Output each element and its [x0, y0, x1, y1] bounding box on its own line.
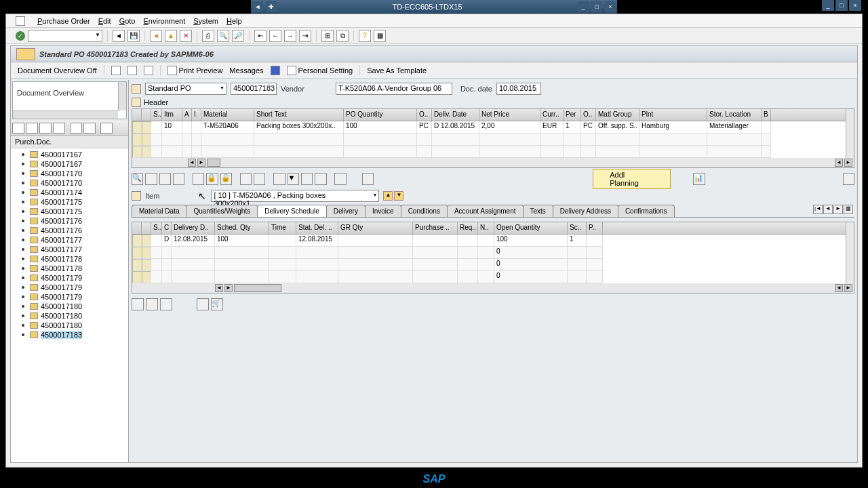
help-icon[interactable]: ? — [359, 30, 371, 42]
scroll-right2-icon[interactable]: ► — [844, 159, 852, 167]
it-icon-9[interactable] — [254, 173, 265, 185]
addl-planning-button[interactable]: Addl Planning — [593, 169, 671, 189]
scroll-left-icon[interactable]: ◄ — [188, 159, 196, 167]
tab-nav-list-icon[interactable]: ▦ — [844, 205, 853, 214]
st-icon-6[interactable] — [83, 123, 96, 134]
tab-close-icon[interactable]: × — [605, 1, 616, 12]
doc-item[interactable]: 4500017175 — [11, 197, 128, 207]
find-icon[interactable]: 🔍 — [217, 30, 229, 42]
shortcut-icon[interactable]: ⧉ — [336, 30, 349, 42]
tab-material-data[interactable]: Material Data — [132, 205, 186, 217]
sidebar-title-hscroll[interactable] — [13, 110, 118, 119]
st-icon-7[interactable] — [100, 123, 113, 134]
layout-icon[interactable]: ▦ — [374, 30, 386, 42]
st-icon-5[interactable] — [70, 123, 82, 134]
create-icon[interactable] — [111, 66, 121, 75]
it-details-icon[interactable]: 🔍 — [132, 173, 143, 185]
back2-icon[interactable]: ◄ — [150, 30, 162, 42]
tab-account-assignment[interactable]: Account Assignment — [447, 205, 524, 217]
doc-item[interactable]: 4500017175 — [11, 207, 128, 216]
it-icon-5[interactable] — [193, 173, 204, 185]
win-max-icon[interactable]: □ — [835, 0, 848, 11]
personal-setting-button[interactable]: Personal Setting — [287, 66, 353, 75]
doc-item[interactable]: 4500017170 — [11, 169, 128, 178]
dt-icon-1[interactable] — [132, 298, 144, 310]
st-icon-4[interactable] — [53, 123, 65, 134]
tab-invoice[interactable]: Invoice — [365, 205, 401, 217]
it-icon-15[interactable] — [362, 173, 374, 185]
print-icon[interactable]: ⎙ — [202, 30, 214, 42]
print-preview-button[interactable]: Print Preview — [167, 66, 223, 75]
back-icon[interactable]: ◄ — [113, 30, 125, 42]
dt-icon-2[interactable] — [146, 298, 158, 310]
header-fold-icon[interactable] — [132, 98, 141, 107]
item-grid-hscroll[interactable]: ◄► ◄► — [132, 158, 854, 167]
doc-date-input[interactable]: 10.08.2015 — [496, 83, 541, 95]
cancel-icon[interactable]: ✕ — [180, 30, 192, 42]
it-icon-3[interactable] — [159, 173, 171, 185]
item-overview-grid[interactable]: S..ItmAIMaterialShort TextPO QuantityO..… — [132, 108, 854, 168]
doc-list[interactable]: 4500017167450001716745000171704500017170… — [11, 148, 128, 462]
doc-item[interactable]: 4500017176 — [11, 226, 128, 235]
item-up-icon[interactable]: ▲ — [383, 191, 393, 201]
po-type-dropdown[interactable]: Standard PO — [145, 83, 226, 95]
it-icon-12[interactable] — [301, 173, 313, 185]
it-icon-17[interactable] — [843, 173, 854, 185]
item-down-icon[interactable]: ▼ — [394, 191, 403, 201]
tab-min-icon[interactable]: _ — [578, 1, 589, 12]
sscroll-right-icon[interactable]: ► — [224, 284, 233, 292]
tab-conditions[interactable]: Conditions — [401, 205, 448, 217]
it-icon-10[interactable] — [273, 173, 285, 185]
app-icon[interactable] — [16, 16, 25, 26]
last-page-icon[interactable]: ⇥ — [299, 30, 311, 42]
tab-max-icon[interactable]: □ — [591, 1, 602, 12]
item-select-dropdown[interactable]: [ 10 ] T-M520A06 , Packing boxes 300x200… — [211, 190, 379, 202]
tab-nav-prev-icon[interactable]: ◄ — [823, 205, 833, 214]
messages-button[interactable]: Messages — [229, 66, 263, 75]
po-icon[interactable] — [16, 48, 35, 60]
first-page-icon[interactable]: ⇤ — [254, 30, 267, 42]
doc-item[interactable]: 4500017167 — [11, 159, 128, 169]
exit-icon[interactable]: ▲ — [165, 30, 177, 42]
doc-item[interactable]: 4500017174 — [11, 188, 128, 197]
dt-icon-3[interactable] — [160, 298, 172, 310]
sscroll-left-icon[interactable]: ◄ — [215, 284, 223, 292]
doc-item[interactable]: 4500017177 — [11, 245, 128, 254]
doc-item[interactable]: 4500017183 — [11, 330, 128, 340]
win-close-icon[interactable]: × — [849, 0, 861, 11]
it-unlock-icon[interactable]: 🔓 — [220, 173, 232, 185]
find-next-icon[interactable]: 🔎 — [232, 30, 244, 42]
change-icon[interactable] — [127, 66, 137, 75]
doc-item[interactable]: 4500017176 — [11, 216, 128, 226]
tab-texts[interactable]: Texts — [523, 205, 553, 217]
sched-hscroll[interactable]: ◄► ◄► — [132, 283, 854, 293]
item-detail-fold-icon[interactable] — [132, 191, 141, 201]
st-icon-1[interactable] — [12, 123, 24, 134]
st-icon-2[interactable] — [26, 123, 38, 134]
dt-icon-4[interactable] — [197, 298, 209, 310]
prev-page-icon[interactable]: ← — [269, 30, 281, 42]
po-type-icon[interactable] — [132, 84, 141, 94]
doc-item[interactable]: 4500017179 — [11, 292, 128, 302]
tab-confirmations[interactable]: Confirmations — [618, 205, 675, 217]
sscroll-right2-icon[interactable]: ► — [844, 284, 852, 292]
it-icon-14[interactable] — [334, 173, 346, 185]
doc-item[interactable]: 4500017167 — [11, 150, 128, 159]
doc-overview-toggle[interactable]: Document Overview Off — [18, 66, 97, 75]
tab-nav-next-icon[interactable]: ► — [833, 205, 843, 214]
st-icon-3[interactable] — [39, 123, 52, 134]
new-session-icon[interactable]: ⊞ — [321, 30, 334, 42]
it-icon-13[interactable] — [315, 173, 326, 185]
info-icon[interactable] — [271, 66, 280, 75]
tab-nav-first-icon[interactable]: |◄ — [813, 205, 823, 214]
it-icon-8[interactable] — [240, 173, 252, 185]
doc-item[interactable]: 4500017180 — [11, 311, 128, 321]
menu-system[interactable]: System — [193, 17, 218, 25]
save-template-button[interactable]: Save As Template — [367, 66, 427, 75]
vendor-input[interactable]: T-K520A06 A-Vendor Group 06 — [336, 83, 452, 95]
tab-add-icon[interactable]: ✚ — [266, 1, 277, 12]
doc-item[interactable]: 4500017179 — [11, 283, 128, 292]
scroll-left2-icon[interactable]: ◄ — [835, 159, 843, 167]
save-icon[interactable]: 💾 — [127, 30, 140, 42]
tab-delivery-schedule[interactable]: Delivery Schedule — [257, 205, 327, 217]
